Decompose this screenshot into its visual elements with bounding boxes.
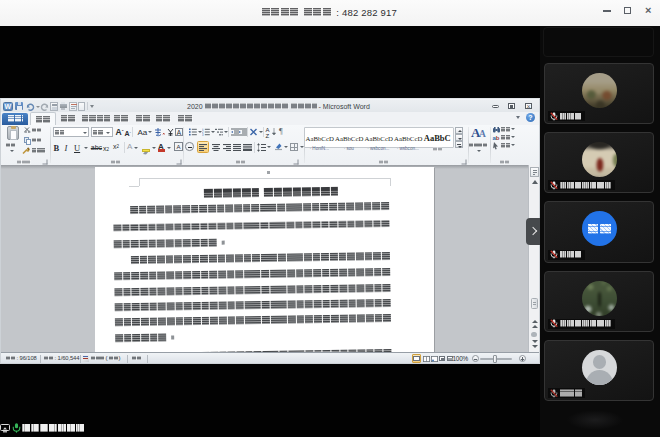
svg-text:3: 3 xyxy=(202,132,204,135)
